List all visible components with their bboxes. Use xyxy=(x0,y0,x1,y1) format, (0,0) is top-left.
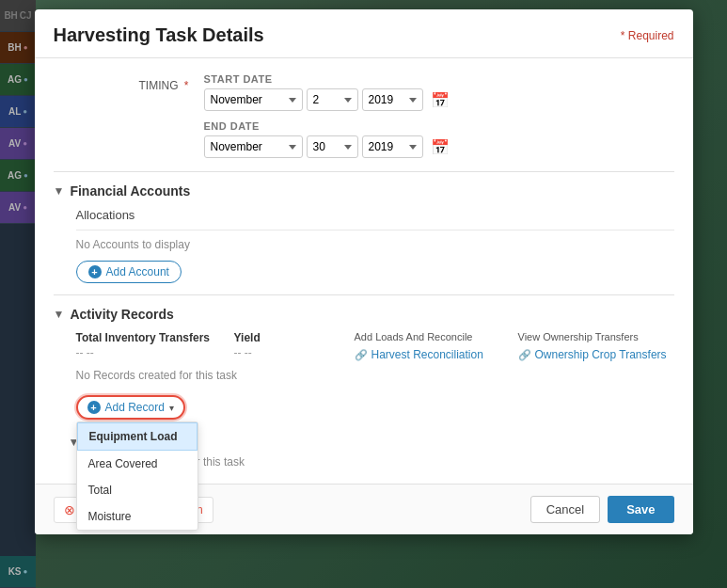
end-calendar-icon[interactable]: 📅 xyxy=(431,138,450,156)
dropdown-item-equipment-load[interactable]: Equipment Load xyxy=(77,422,198,451)
activity-records-title: Activity Records xyxy=(70,307,173,322)
yield-col: Yield -- -- xyxy=(234,331,347,359)
modal-body: TIMING * START DATE November JanuaryFebr… xyxy=(35,58,693,484)
yield-label: Yield xyxy=(234,331,347,344)
start-date-label: START DATE xyxy=(204,73,674,85)
activity-actions-ownership: View Ownership Transfers 🔗 Ownership Cro… xyxy=(518,331,674,361)
harvest-reconciliation-link[interactable]: 🔗 Harvest Reconciliation xyxy=(355,348,511,361)
dropdown-item-total[interactable]: Total xyxy=(77,477,198,503)
ownership-crop-transfers-link[interactable]: 🔗 Ownership Crop Transfers xyxy=(518,348,674,361)
total-inventory-value: -- -- xyxy=(76,346,227,359)
harvest-link-icon: 🔗 xyxy=(355,349,368,361)
harvest-reconciliation-label: Harvest Reconciliation xyxy=(371,348,483,361)
total-inventory-col: Total Inventory Transfers -- -- xyxy=(76,331,227,359)
end-year-select[interactable]: 2019 2017201820202021 xyxy=(362,135,423,158)
modal-title: Harvesting Task Details xyxy=(54,24,264,46)
no-records-text: No Records created for this task xyxy=(76,369,674,382)
allocations-label: Allocations xyxy=(76,208,135,222)
timing-label: TIMING * xyxy=(54,73,204,92)
financial-accounts-toggle[interactable]: ▼ xyxy=(54,184,65,198)
modal-header: Harvesting Task Details * Required xyxy=(35,9,693,58)
add-account-label: Add Account xyxy=(106,265,169,278)
end-day-select[interactable]: 30 12282931 xyxy=(307,135,358,158)
financial-accounts-content: Allocations No Accounts to display + Add… xyxy=(69,208,674,283)
financial-accounts-title: Financial Accounts xyxy=(70,183,190,199)
modal-dialog: Harvesting Task Details * Required TIMIN… xyxy=(35,9,693,534)
required-star: * xyxy=(184,79,189,92)
start-calendar-icon[interactable]: 📅 xyxy=(431,91,450,109)
timing-row: TIMING * START DATE November JanuaryFebr… xyxy=(54,73,674,158)
dropdown-arrow-icon: ▾ xyxy=(169,403,174,413)
dropdown-item-moisture[interactable]: Moisture xyxy=(77,503,198,530)
end-date-row: November JanuaryFebruaryMarch 30 1228293… xyxy=(204,135,674,158)
activity-records-header: ▼ Activity Records xyxy=(54,307,674,322)
no-accounts-text: No Accounts to display xyxy=(76,238,674,251)
required-label: * Required xyxy=(621,29,674,42)
ownership-crop-transfers-label: Ownership Crop Transfers xyxy=(535,348,667,361)
add-loads-title: Add Loads And Reconcile xyxy=(355,331,511,342)
modal-overlay: Harvesting Task Details * Required TIMIN… xyxy=(0,0,727,588)
divider-2 xyxy=(54,294,674,295)
start-date-row: November JanuaryFebruaryMarch AprilMayJu… xyxy=(204,88,674,111)
ownership-link-icon: 🔗 xyxy=(518,349,531,361)
save-button[interactable]: Save xyxy=(608,496,673,523)
dropdown-item-area-covered[interactable]: Area Covered xyxy=(77,451,198,477)
activity-records-grid: Total Inventory Transfers -- -- Yield --… xyxy=(76,331,674,361)
activity-actions-add-loads: Add Loads And Reconcile 🔗 Harvest Reconc… xyxy=(355,331,511,361)
add-record-label: Add Record xyxy=(105,401,165,414)
add-record-plus-icon: + xyxy=(87,401,101,414)
remove-icon: ⊗ xyxy=(64,502,75,517)
timing-content: START DATE November JanuaryFebruaryMarch… xyxy=(204,73,674,158)
start-year-select[interactable]: 2019 2017201820202021 xyxy=(362,88,423,111)
financial-accounts-header: ▼ Financial Accounts xyxy=(54,183,674,199)
add-record-wrapper: + Add Record ▾ Equipment Load Area Cover… xyxy=(76,395,185,420)
cancel-button[interactable]: Cancel xyxy=(530,496,600,523)
activity-records-content: Total Inventory Transfers -- -- Yield --… xyxy=(69,331,674,420)
end-month-select[interactable]: November JanuaryFebruaryMarch xyxy=(204,135,303,158)
start-day-select[interactable]: 2 1345 xyxy=(307,88,358,111)
add-account-plus-icon: + xyxy=(88,265,102,278)
total-inventory-label: Total Inventory Transfers xyxy=(76,331,227,344)
yield-value: -- -- xyxy=(234,346,347,359)
allocations-row: Allocations xyxy=(76,208,674,230)
activity-records-toggle[interactable]: ▼ xyxy=(54,308,65,321)
divider-1 xyxy=(54,171,674,172)
end-date-label: END DATE xyxy=(204,120,674,132)
start-month-select[interactable]: November JanuaryFebruaryMarch AprilMayJu… xyxy=(204,88,303,111)
footer-actions: Cancel Save xyxy=(530,496,674,523)
view-ownership-title: View Ownership Transfers xyxy=(518,331,674,342)
add-record-button[interactable]: + Add Record ▾ xyxy=(76,395,185,420)
add-record-dropdown: Equipment Load Area Covered Total Moistu… xyxy=(76,421,198,531)
add-account-button[interactable]: + Add Account xyxy=(76,261,182,283)
